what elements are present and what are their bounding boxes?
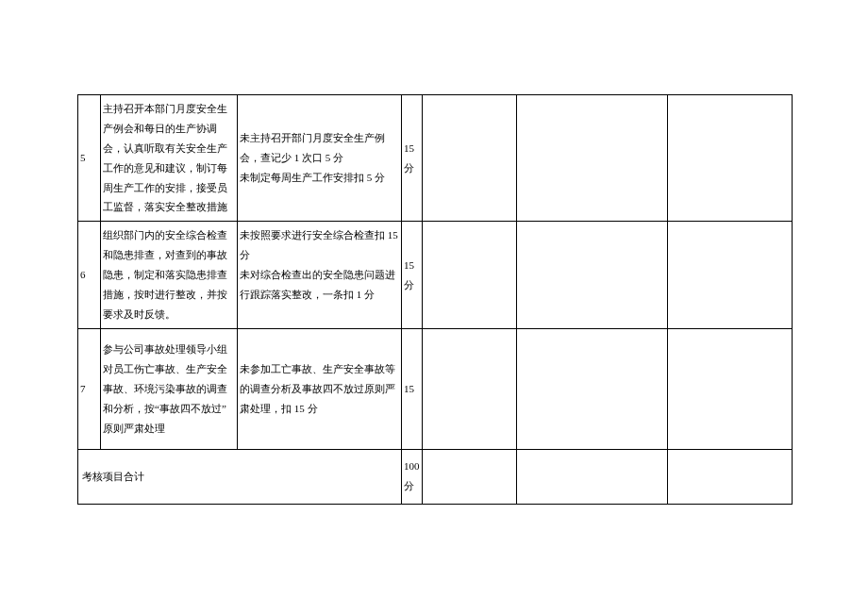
table-row: 7 参与公司事故处理领导小组对员工伤亡事故、生产安全事故、环境污染事故的调查和分… <box>78 328 793 449</box>
table-row: 5 主持召开本部门月度安全生产例会和每日的生产协调会，认真听取有关安全生产工作的… <box>78 95 793 222</box>
empty-cell <box>423 95 517 222</box>
row-number: 7 <box>78 328 101 449</box>
empty-cell <box>668 328 793 449</box>
row-criteria: 未主持召开部门月度安全生产例会，查记少 1 次口 5 分 未制定每周生产工作安排… <box>238 95 402 222</box>
row-content: 主持召开本部门月度安全生产例会和每日的生产协调会，认真听取有关安全生产工作的意见… <box>101 95 238 222</box>
empty-cell <box>423 449 517 504</box>
empty-cell <box>423 328 517 449</box>
row-content: 组织部门内的安全综合检查和隐患排查，对查到的事故隐患，制定和落实隐患排查措施，按… <box>101 222 238 328</box>
row-criteria: 未参加工亡事故、生产安全事故等的调查分析及事故四不放过原则严肃处理，扣 15 分 <box>238 328 402 449</box>
empty-cell <box>517 222 668 328</box>
empty-cell <box>517 328 668 449</box>
row-score: 15分 <box>402 95 423 222</box>
table-row: 6 组织部门内的安全综合检查和隐患排查，对查到的事故隐患，制定和落实隐患排查措施… <box>78 222 793 328</box>
empty-cell <box>517 95 668 222</box>
row-content: 参与公司事故处理领导小组对员工伤亡事故、生产安全事故、环境污染事故的调查和分析，… <box>101 328 238 449</box>
empty-cell <box>423 222 517 328</box>
table-total-row: 考核项目合计 100 分 <box>78 449 793 504</box>
row-number: 6 <box>78 222 101 328</box>
total-score: 100 分 <box>402 449 423 504</box>
empty-cell <box>517 449 668 504</box>
empty-cell <box>668 222 793 328</box>
total-label: 考核项目合计 <box>78 449 402 504</box>
empty-cell <box>668 449 793 504</box>
document-page: 5 主持召开本部门月度安全生产例会和每日的生产协调会，认真听取有关安全生产工作的… <box>0 0 868 614</box>
row-criteria: 未按照要求进行安全综合检查扣 15 分 未对综合检查出的安全隐患问题进行跟踪落实… <box>238 222 402 328</box>
row-score: 15分 <box>402 222 423 328</box>
row-number: 5 <box>78 95 101 222</box>
row-score: 15 <box>402 328 423 449</box>
assessment-table: 5 主持召开本部门月度安全生产例会和每日的生产协调会，认真听取有关安全生产工作的… <box>77 94 793 505</box>
empty-cell <box>668 95 793 222</box>
